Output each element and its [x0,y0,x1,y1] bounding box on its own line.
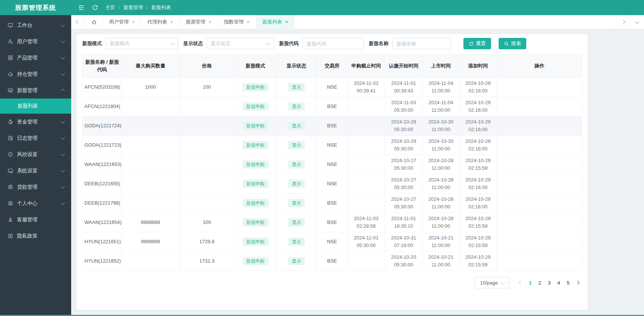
price-cell [179,194,235,213]
tab-close-icon[interactable]: × [285,19,288,25]
breadcrumb-item[interactable]: 新股管理 [123,4,143,11]
sidebar-item-privacy-policy[interactable]: 隐私政策 [0,228,71,244]
tabs-menu-icon[interactable] [630,15,644,29]
tabs-scroll-right-icon[interactable] [616,15,630,29]
reset-button-label: 重置 [476,40,486,47]
chevron-down-icon [501,280,505,284]
status-badge: 显示 [288,180,305,188]
table-header-row: 新股名称 / 新股代码最大购买数量价格新股模式显示状态交易所申购截止时间认缴开始… [83,55,582,78]
user-gear-icon [8,39,14,45]
price-cell [179,174,235,194]
prev-page-button[interactable] [516,281,525,284]
sidebar-item-product-management[interactable]: 产品管理 [0,50,71,66]
tab-item[interactable]: 用户管理× [103,15,141,29]
sidebar-item-risk-settings[interactable]: 风控设置 [0,146,71,163]
tab-item[interactable]: 股票管理× [179,15,218,29]
id-card-icon [8,233,14,239]
sidebar-item-loan-management[interactable]: 贷款管理 [0,179,71,195]
sidebar-item-label: 风控设置 [17,151,61,158]
tab-close-icon[interactable]: × [208,19,211,25]
stock-name-cell: AFCN(1221804) [83,97,122,116]
chevron-down-icon [61,200,65,205]
actions-cell [497,78,582,97]
next-page-button[interactable] [573,281,582,284]
sidebar-item-workbench[interactable]: 工作台 [0,17,71,33]
listing-time-cell: 2024-11-04 11:00:00 [423,97,460,116]
sidebar-item-profile-center[interactable]: 个人中心 [0,195,71,211]
sidebar-item-position-management[interactable]: 持仓管理 [0,66,71,82]
coin-user-icon [8,184,14,190]
filter-status-select[interactable]: 显示状态 [207,38,274,49]
sidebar-subitem-ipo-list[interactable]: 新股列表 [0,99,71,114]
sidebar-item-log-management[interactable]: 日志管理 [0,130,71,146]
tab-list: 用户管理×代理列表×股票管理×指数管理×新股列表× [103,15,295,29]
listing-time-cell: 2024-10-21 11:00:00 [423,232,460,252]
status-cell: 显示 [276,78,317,97]
search-button[interactable]: 搜索 [499,38,526,49]
breadcrumb-item[interactable]: 主页 [105,4,115,11]
max-buy-cell [122,252,179,271]
table-row: AFCN(1221804)新股申购显示BSE2024-11-03 05:30:0… [83,97,582,116]
filter-mode-select[interactable]: 新股模式 [106,38,178,49]
actions-cell [497,174,582,194]
tab-label: 代理列表 [147,19,167,25]
tabs-scroll-left-icon[interactable] [71,15,85,29]
stock-name-cell: GODA(1221723) [83,136,122,155]
mode-badge: 新股申购 [243,160,268,169]
status-badge: 显示 [288,83,305,91]
tab-close-icon[interactable]: × [247,19,250,25]
page-size-select[interactable]: 10/page [475,277,510,288]
deadline-cell [348,194,385,213]
stock-name-cell: AFCN(5203108) [83,78,122,97]
actions-cell [497,232,582,252]
table-row: HYUN(1221652)1731.3新股申购显示BSE2024-10-20 0… [83,252,582,271]
filter-code-input[interactable] [303,38,364,49]
sidebar-item-ipo-management[interactable]: 新股管理 [0,82,71,99]
deadline-cell [348,174,385,194]
added-time-cell: 2024-10-29 02:15:59 [460,155,497,174]
added-time-cell: 2024-10-29 02:16:00 [460,97,497,116]
sidebar-item-system-settings[interactable]: 系统设置 [0,163,71,179]
notebook-icon [8,135,14,141]
shield-icon [8,152,14,158]
page-number-2[interactable]: 2 [535,280,544,286]
sidebar-item-service-management[interactable]: 客服管理 [0,211,71,228]
tab-close-icon[interactable]: × [170,19,173,25]
sidebar-item-funds-management[interactable]: 资金管理 [0,114,71,130]
page-number-3[interactable]: 3 [544,280,554,286]
sidebar-item-label: 用户管理 [17,38,61,45]
filter-name-input[interactable] [392,38,451,49]
max-buy-cell [122,174,179,194]
tab-item[interactable]: 代理列表× [141,15,179,29]
page-number-5[interactable]: 5 [563,280,573,286]
page-number-1[interactable]: 1 [525,280,535,286]
breadcrumb-item[interactable]: 新股列表 [151,4,171,11]
money-bag-icon [8,119,14,125]
tab-item[interactable]: 指数管理× [218,15,256,29]
actions-cell [497,116,582,136]
refresh-icon[interactable] [92,4,98,11]
tab-close-icon[interactable]: × [132,19,135,25]
max-buy-cell [122,116,179,136]
collapse-sidebar-icon[interactable] [78,4,85,11]
actions-cell [497,252,582,271]
page-number-4[interactable]: 4 [554,280,563,286]
status-cell: 显示 [276,136,317,155]
mode-cell: 新股申购 [235,155,276,174]
table-header-cell: 申购截止时间 [348,55,385,78]
user-circle-icon [8,200,14,206]
listing-time-cell: 2024-10-28 11:00:00 [423,213,460,232]
chevron-up-icon [61,89,65,93]
home-icon [8,71,14,77]
sidebar-item-user-management[interactable]: 用户管理 [0,33,71,50]
mode-badge: 新股申购 [243,257,268,265]
tab-item[interactable]: 新股列表× [256,15,295,29]
table-header-cell: 添加时间 [460,55,497,78]
table-row: AFCN(5203108)1000100新股申购显示NSE2024-11-02 … [83,78,582,97]
table-header-cell: 认缴开始时间 [385,55,423,78]
home-tab[interactable] [85,15,103,29]
subscribe-start-cell: 2024-11-03 05:30:00 [385,97,423,116]
reset-button[interactable]: 重置 [463,38,491,49]
breadcrumb-separator: / [147,5,148,11]
chevron-down-icon [170,41,175,45]
